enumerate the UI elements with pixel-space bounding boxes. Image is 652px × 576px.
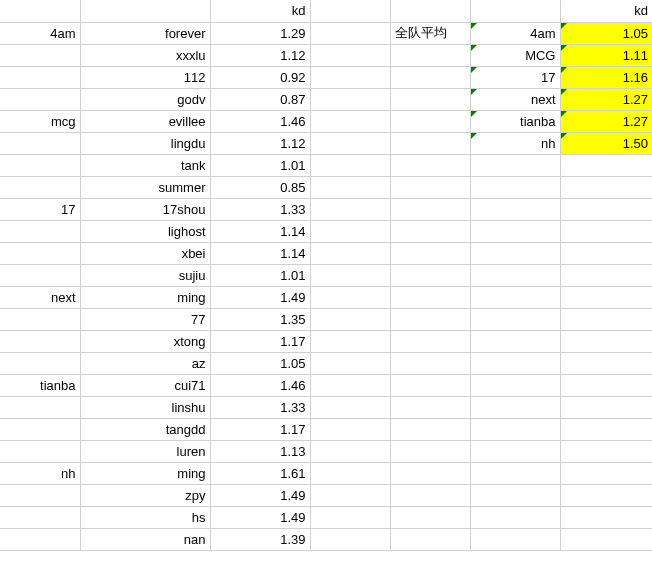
cell-kd[interactable]: 1.46 — [210, 110, 310, 132]
cell-blank[interactable] — [310, 396, 390, 418]
cell-team[interactable]: 4am — [0, 22, 80, 44]
cell-kd[interactable]: 1.35 — [210, 308, 310, 330]
cell-blank[interactable] — [560, 154, 652, 176]
cell-player[interactable]: xbei — [80, 242, 210, 264]
cell-team[interactable]: mcg — [0, 110, 80, 132]
header-kd-left[interactable]: kd — [210, 0, 310, 22]
spreadsheet[interactable]: kdkd4amforever1.29全队平均4am1.05xxxlu1.12MC… — [0, 0, 652, 551]
cell-player[interactable]: sujiu — [80, 264, 210, 286]
cell-blank[interactable] — [560, 352, 652, 374]
cell-blank[interactable] — [310, 528, 390, 550]
cell-blank[interactable] — [310, 198, 390, 220]
cell-player[interactable]: xxxlu — [80, 44, 210, 66]
cell-blank[interactable] — [390, 242, 470, 264]
cell-team[interactable]: tianba — [0, 374, 80, 396]
cell-kd[interactable]: 1.01 — [210, 264, 310, 286]
cell-player[interactable]: luren — [80, 440, 210, 462]
cell-right-kd[interactable]: 1.27 — [560, 110, 652, 132]
cell-blank[interactable] — [470, 528, 560, 550]
cell-team[interactable]: next — [0, 286, 80, 308]
cell-blank[interactable] — [560, 374, 652, 396]
cell-player[interactable]: ming — [80, 462, 210, 484]
cell-player[interactable]: lingdu — [80, 132, 210, 154]
cell-kd[interactable]: 1.05 — [210, 352, 310, 374]
cell-player[interactable]: 77 — [80, 308, 210, 330]
cell-blank[interactable] — [310, 286, 390, 308]
cell-kd[interactable]: 1.12 — [210, 44, 310, 66]
cell-team[interactable] — [0, 352, 80, 374]
cell-blank[interactable] — [390, 506, 470, 528]
cell-kd[interactable]: 1.49 — [210, 484, 310, 506]
cell-team[interactable] — [0, 330, 80, 352]
cell-blank[interactable] — [390, 88, 470, 110]
cell-kd[interactable]: 0.85 — [210, 176, 310, 198]
cell-blank[interactable] — [470, 220, 560, 242]
cell-blank[interactable] — [470, 198, 560, 220]
cell-blank[interactable] — [390, 440, 470, 462]
cell-blank[interactable] — [560, 462, 652, 484]
cell-team[interactable] — [0, 44, 80, 66]
cell-blank[interactable] — [390, 66, 470, 88]
header-team-avg[interactable]: 全队平均 — [390, 22, 470, 44]
cell-kd[interactable]: 1.14 — [210, 242, 310, 264]
cell-blank[interactable] — [310, 374, 390, 396]
cell-blank[interactable] — [390, 198, 470, 220]
cell-team[interactable] — [0, 418, 80, 440]
cell-right-kd[interactable]: 1.05 — [560, 22, 652, 44]
cell-blank[interactable] — [390, 484, 470, 506]
cell-team[interactable] — [0, 484, 80, 506]
cell-blank[interactable] — [390, 330, 470, 352]
cell-team[interactable] — [0, 220, 80, 242]
cell-blank[interactable] — [390, 110, 470, 132]
cell-blank[interactable] — [390, 154, 470, 176]
cell-kd[interactable]: 1.14 — [210, 220, 310, 242]
cell-blank[interactable] — [390, 176, 470, 198]
cell-blank[interactable] — [470, 154, 560, 176]
cell-blank[interactable] — [560, 440, 652, 462]
cell-blank[interactable] — [560, 330, 652, 352]
cell-right-team[interactable]: tianba — [470, 110, 560, 132]
cell-blank[interactable] — [310, 22, 390, 44]
cell-blank[interactable] — [470, 484, 560, 506]
cell-blank[interactable] — [310, 506, 390, 528]
cell-blank[interactable] — [390, 374, 470, 396]
cell-right-kd[interactable]: 1.11 — [560, 44, 652, 66]
cell-team[interactable] — [0, 132, 80, 154]
cell-blank[interactable] — [310, 484, 390, 506]
cell-blank[interactable] — [560, 242, 652, 264]
cell-player[interactable]: zpy — [80, 484, 210, 506]
cell-blank[interactable] — [470, 176, 560, 198]
cell-blank[interactable] — [470, 418, 560, 440]
cell-kd[interactable]: 0.92 — [210, 66, 310, 88]
cell-kd[interactable]: 1.49 — [210, 506, 310, 528]
cell-team[interactable] — [0, 88, 80, 110]
cell-blank[interactable] — [310, 0, 390, 22]
cell-player[interactable]: az — [80, 352, 210, 374]
cell-team[interactable] — [0, 440, 80, 462]
cell-blank[interactable] — [310, 330, 390, 352]
cell-blank[interactable] — [310, 352, 390, 374]
cell-right-team[interactable]: MCG — [470, 44, 560, 66]
cell-kd[interactable]: 1.33 — [210, 198, 310, 220]
cell-blank[interactable] — [390, 0, 470, 22]
cell-blank[interactable] — [310, 418, 390, 440]
cell-blank[interactable] — [310, 242, 390, 264]
cell-player[interactable]: evillee — [80, 110, 210, 132]
cell-team[interactable] — [0, 242, 80, 264]
cell-team[interactable] — [0, 308, 80, 330]
cell-blank[interactable] — [470, 506, 560, 528]
cell-blank[interactable] — [470, 286, 560, 308]
cell-blank[interactable] — [310, 110, 390, 132]
cell-blank[interactable] — [560, 396, 652, 418]
cell-kd[interactable]: 1.46 — [210, 374, 310, 396]
cell-blank[interactable] — [390, 264, 470, 286]
cell-blank[interactable] — [390, 286, 470, 308]
cell-team[interactable]: nh — [0, 462, 80, 484]
cell-blank[interactable] — [560, 528, 652, 550]
cell-blank[interactable] — [560, 220, 652, 242]
cell-player[interactable]: tangdd — [80, 418, 210, 440]
cell-kd[interactable]: 1.39 — [210, 528, 310, 550]
cell-blank[interactable] — [560, 286, 652, 308]
cell-blank[interactable] — [470, 308, 560, 330]
cell-player[interactable]: godv — [80, 88, 210, 110]
